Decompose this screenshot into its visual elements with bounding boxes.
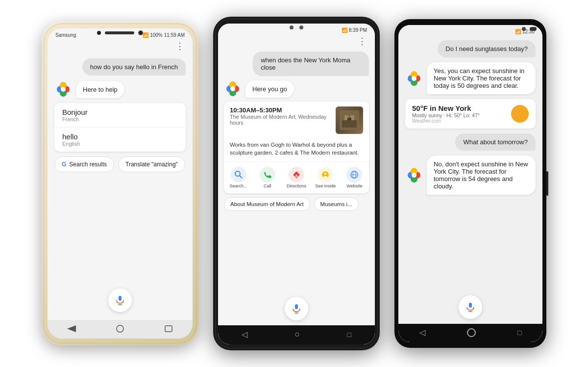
svg-rect-9 — [117, 325, 123, 332]
android-user-message: when does the New York Moma close — [253, 52, 369, 76]
wifi-icon: 📶 — [143, 32, 148, 38]
samsung-nav-bar — [48, 320, 193, 339]
android-chip-buttons: About Museum of Modern Art Museums i... — [224, 197, 369, 214]
museum-website-action[interactable]: Website — [340, 165, 369, 190]
search-label: Search... — [230, 184, 247, 188]
google-assistant-icon — [54, 80, 72, 98]
samsung-phone: Samsung 📶 100% 11:59 AM ⋮ how do you say… — [42, 22, 198, 345]
about-museum-chip[interactable]: About Museum of Modern Art — [224, 197, 310, 211]
pixel-ga-icon-1 — [405, 70, 423, 87]
svg-rect-31 — [295, 304, 298, 309]
signal-icon: 📶 — [342, 27, 347, 33]
pixel-home-button[interactable] — [467, 328, 476, 337]
pixel-content: Do I need sunglasses today? Yes, you can… — [398, 36, 542, 293]
pixel-phone: 📶 12:30 Do I need sunglasses today? — [394, 19, 546, 348]
translate-amazing-button[interactable]: Translate "amazing" — [118, 157, 185, 172]
time-label: 11:59 AM — [164, 32, 185, 38]
pixel-user-msg-2: What about tomorrow? — [455, 133, 536, 151]
museum-see-inside-action[interactable]: See inside — [311, 165, 340, 190]
translation-row-english: hello English — [54, 128, 186, 152]
museum-card-header: 10:30AM–5:30PM The Museum of Modern Art,… — [224, 102, 369, 139]
android-assistant-row: Here you go — [224, 80, 369, 98]
french-word: Bonjour — [62, 108, 178, 116]
museums-chip[interactable]: Museums i... — [314, 197, 359, 211]
pixel-assistant-msg-1: Yes, you can expect sunshine in New York… — [405, 62, 536, 94]
android-menu-icon[interactable]: ⋮ — [358, 36, 367, 47]
svg-rect-10 — [165, 326, 172, 332]
directions-label: Directions — [287, 184, 306, 188]
weather-source: Weather.com — [412, 118, 480, 124]
sun-icon — [511, 105, 529, 123]
power-button[interactable] — [546, 171, 548, 196]
svg-marker-8 — [67, 325, 76, 332]
pixel-assistant-bubble-2: No, don't expect sunshine in New York Ci… — [427, 156, 536, 195]
back-icon — [67, 325, 76, 332]
museum-directions-action[interactable]: ▲ Directions — [282, 165, 311, 190]
svg-point-15 — [230, 86, 235, 91]
weather-card: 50°F in New York Mostly sunny · Hi: 50° … — [405, 99, 536, 129]
mic-button[interactable] — [108, 288, 132, 312]
android-phone: 📶 8:39 PM ⋮ when does the New York Moma … — [213, 17, 380, 350]
android-assistant-bubble: Here you go — [245, 80, 294, 98]
museum-image — [340, 110, 359, 130]
svg-point-38 — [412, 76, 416, 81]
svg-rect-5 — [119, 296, 122, 301]
samsung-mic-area — [48, 285, 193, 320]
pixel-mic-area — [398, 293, 542, 324]
museum-name: The Museum of Modern Art, Wednesday hour… — [230, 114, 332, 126]
recents-button[interactable] — [162, 324, 175, 334]
assistant-message-row: Here to help — [54, 80, 186, 98]
svg-rect-44 — [469, 303, 472, 308]
android-nav-bar: ◁ ○ □ — [218, 325, 375, 344]
svg-rect-17 — [342, 120, 357, 128]
museum-card: 10:30AM–5:30PM The Museum of Modern Art,… — [224, 102, 369, 193]
search-results-button[interactable]: G Search results — [54, 157, 114, 172]
pixel-mic-button[interactable] — [459, 295, 482, 319]
svg-point-27 — [323, 176, 327, 178]
svg-line-22 — [240, 176, 242, 178]
android-mic-icon — [291, 303, 302, 314]
android-recents-button[interactable]: □ — [347, 331, 351, 339]
call-label: Call — [264, 184, 271, 188]
weather-temp: 50°F in New York — [412, 104, 480, 112]
website-icon — [350, 170, 359, 179]
pixel-screen: 📶 12:30 Do I need sunglasses today? — [398, 25, 542, 342]
google-g-icon: G — [62, 161, 66, 168]
museum-call-action[interactable]: Call — [253, 165, 282, 190]
back-button[interactable] — [65, 324, 78, 334]
directions-icon: ▲ — [292, 170, 301, 179]
phone-icon — [263, 170, 272, 179]
weather-conditions: Mostly sunny · Hi: 50° Lo: 47° — [412, 112, 480, 118]
svg-point-4 — [61, 87, 66, 92]
android-mic-button[interactable] — [285, 297, 308, 320]
pixel-nav-bar: ◁ □ — [398, 324, 542, 342]
french-lang: French — [62, 116, 178, 122]
android-content: when does the New York Moma close Here y… — [218, 49, 375, 295]
pixel-mic-icon — [465, 302, 476, 313]
samsung-content: how do you say hello in French Here to h… — [48, 54, 193, 285]
svg-point-21 — [235, 171, 240, 176]
museum-search-action[interactable]: Search... — [224, 165, 253, 190]
museum-description: Works from van Gogh to Warhol & beyond p… — [224, 139, 369, 161]
english-lang: English — [62, 141, 178, 147]
android-back-button[interactable]: ◁ — [242, 330, 247, 339]
pixel-status-bar: 📶 12:30 — [398, 25, 542, 36]
android-home-button[interactable]: ○ — [294, 329, 300, 340]
samsung-top-bar: ⋮ — [48, 40, 193, 54]
carrier-label: Samsung — [55, 32, 76, 38]
pixel-back-button[interactable]: ◁ — [419, 328, 425, 337]
museum-actions-row: Search... Call — [224, 161, 369, 193]
svg-rect-20 — [347, 118, 351, 120]
translation-row-french: Bonjour French — [54, 103, 186, 128]
menu-dots-icon[interactable]: ⋮ — [175, 41, 185, 52]
recents-icon — [165, 325, 172, 332]
museum-info: 10:30AM–5:30PM The Museum of Modern Art,… — [230, 106, 332, 134]
search-icon — [234, 170, 243, 179]
home-icon — [116, 325, 124, 333]
assistant-bubble-text: Here to help — [76, 81, 124, 98]
home-button[interactable] — [113, 324, 127, 334]
see-inside-icon — [321, 170, 330, 179]
pixel-recents-button[interactable]: □ — [517, 329, 521, 337]
user-message-bubble: how do you say hello in French — [82, 58, 186, 76]
time-label: 8:39 PM — [349, 27, 367, 33]
